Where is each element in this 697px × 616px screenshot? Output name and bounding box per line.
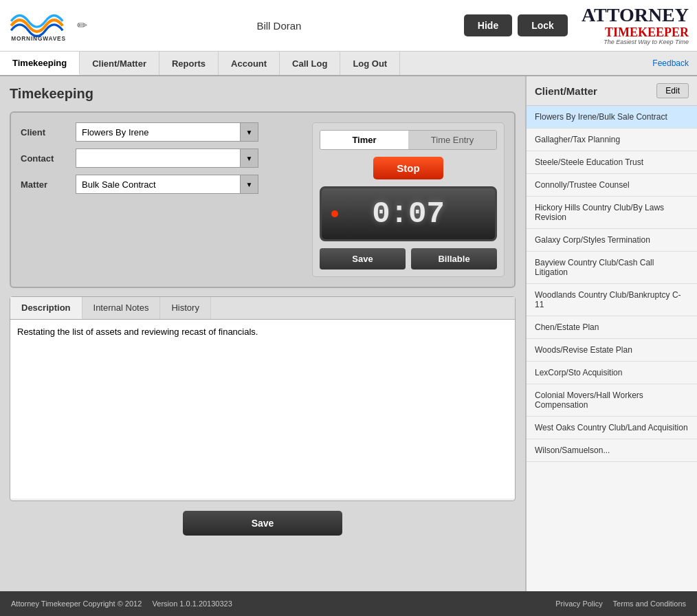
hide-button[interactable]: Hide: [464, 14, 512, 36]
left-panel: Timekeeping Client ▼ Contact ▼ Matter: [0, 76, 525, 591]
client-matter-item[interactable]: Gallagher/Tax Planning: [527, 129, 697, 151]
edit-button[interactable]: Edit: [656, 83, 689, 98]
stop-button[interactable]: Stop: [373, 157, 443, 179]
footer-copyright: Attorney Timekeeper Copyright © 2012 Ver…: [11, 600, 232, 608]
description-tabs: Description Internal Notes History: [10, 297, 515, 320]
contact-label: Contact: [21, 153, 76, 164]
matter-label: Matter: [21, 179, 76, 190]
footer-links: Privacy Policy Terms and Conditions: [555, 600, 686, 608]
page-title: Timekeeping: [10, 86, 516, 102]
atk-timekeeper-text: TIMEKEEPER: [582, 26, 689, 40]
matter-row: Matter ▼: [21, 175, 301, 194]
header-buttons: Hide Lock: [464, 14, 568, 36]
timer-billable-button[interactable]: Billable: [411, 248, 497, 270]
client-input[interactable]: [76, 122, 241, 142]
upper-section: Client ▼ Contact ▼ Matter ▼: [10, 111, 516, 288]
tab-timer[interactable]: Timer: [320, 131, 408, 149]
nav-timekeeping[interactable]: Timekeeping: [0, 52, 80, 75]
client-matter-item[interactable]: West Oaks Country Club/Land Acquisition: [527, 417, 697, 439]
nav-client-matter[interactable]: Client/Matter: [80, 52, 159, 75]
nav-reports[interactable]: Reports: [159, 52, 219, 75]
tab-time-entry[interactable]: Time Entry: [408, 131, 496, 149]
footer: Attorney Timekeeper Copyright © 2012 Ver…: [0, 591, 697, 616]
nav-account[interactable]: Account: [219, 52, 280, 75]
atk-tagline-text: The Easiest Way to Keep Time: [582, 39, 689, 46]
terms-link[interactable]: Terms and Conditions: [613, 600, 686, 608]
client-dropdown-btn[interactable]: ▼: [241, 122, 258, 142]
morning-waves-logo: MORNINGWAVES: [8, 7, 77, 45]
timer-action-buttons: Save Billable: [320, 248, 497, 270]
client-matter-item[interactable]: Hickory Hills Country Club/By Laws Revis…: [527, 197, 697, 229]
nav-log-out[interactable]: Log Out: [340, 52, 400, 75]
lock-button[interactable]: Lock: [518, 14, 568, 36]
client-matter-item[interactable]: Woodlands Country Club/Bankruptcy C-11: [527, 284, 697, 316]
save-bottom-button[interactable]: Save: [183, 511, 343, 536]
client-matter-item[interactable]: Connolly/Trustee Counsel: [527, 174, 697, 197]
client-matter-item[interactable]: Chen/Estate Plan: [527, 316, 697, 339]
client-matter-header: Client/Matter Edit: [527, 76, 697, 106]
tab-internal-notes[interactable]: Internal Notes: [82, 297, 161, 319]
timer-panel: Timer Time Entry Stop 0:07 Save Billable: [312, 122, 505, 277]
logo-area: MORNINGWAVES: [8, 7, 77, 45]
svg-text:MORNINGWAVES: MORNINGWAVES: [11, 35, 66, 42]
user-name: Bill Doran: [94, 20, 464, 32]
timer-display: 0:07: [320, 186, 497, 241]
client-matter-item[interactable]: Steele/Steele Education Trust: [527, 151, 697, 174]
client-matter-item[interactable]: Flowers By Irene/Bulk Sale Contract: [527, 106, 697, 129]
client-matter-item[interactable]: LexCorp/Sto Acquisition: [527, 362, 697, 384]
navbar: Timekeeping Client/Matter Reports Accoun…: [0, 52, 697, 76]
matter-dropdown-btn[interactable]: ▼: [241, 175, 258, 194]
client-matter-item[interactable]: Colonial Movers/Hall Workers Compensatio…: [527, 384, 697, 417]
client-matter-item[interactable]: Galaxy Corp/Styles Termination: [527, 229, 697, 252]
description-textarea[interactable]: Restating the list of assets and reviewi…: [10, 320, 515, 498]
client-matter-item[interactable]: Wilson/Samuelson...: [527, 439, 697, 462]
main-content: Timekeeping Client ▼ Contact ▼ Matter: [0, 76, 697, 591]
matter-input[interactable]: [76, 175, 241, 194]
timer-tabs: Timer Time Entry: [320, 130, 497, 150]
client-matter-item[interactable]: Bayview Country Club/Cash Call Litigatio…: [527, 252, 697, 284]
pencil-icon: ✏: [77, 18, 87, 33]
tab-history[interactable]: History: [160, 297, 210, 319]
atk-attorney-text: ATTORNEY: [582, 5, 689, 26]
client-row: Client ▼: [21, 122, 301, 142]
nav-call-log[interactable]: Call Log: [280, 52, 340, 75]
privacy-link[interactable]: Privacy Policy: [555, 600, 602, 608]
contact-input[interactable]: [76, 148, 241, 168]
timer-dot: [331, 210, 338, 217]
timer-time-display: 0:07: [372, 197, 445, 231]
client-label: Client: [21, 127, 76, 138]
atk-logo: ATTORNEY TIMEKEEPER The Easiest Way to K…: [582, 5, 689, 46]
timer-save-button[interactable]: Save: [320, 248, 406, 270]
feedback-link[interactable]: Feedback: [652, 58, 697, 68]
client-matter-list: Flowers By Irene/Bulk Sale ContractGalla…: [527, 106, 697, 462]
header: MORNINGWAVES ✏ Bill Doran Hide Lock ATTO…: [0, 0, 697, 52]
client-matter-item[interactable]: Woods/Revise Estate Plan: [527, 339, 697, 362]
contact-row: Contact ▼: [21, 148, 301, 168]
description-area: Description Internal Notes History Resta…: [10, 296, 516, 501]
client-form: Client ▼ Contact ▼ Matter ▼: [21, 122, 301, 277]
contact-dropdown-btn[interactable]: ▼: [241, 148, 258, 168]
client-matter-title: Client/Matter: [535, 85, 597, 97]
tab-description[interactable]: Description: [10, 297, 82, 319]
right-panel: Client/Matter Edit Flowers By Irene/Bulk…: [525, 76, 697, 591]
